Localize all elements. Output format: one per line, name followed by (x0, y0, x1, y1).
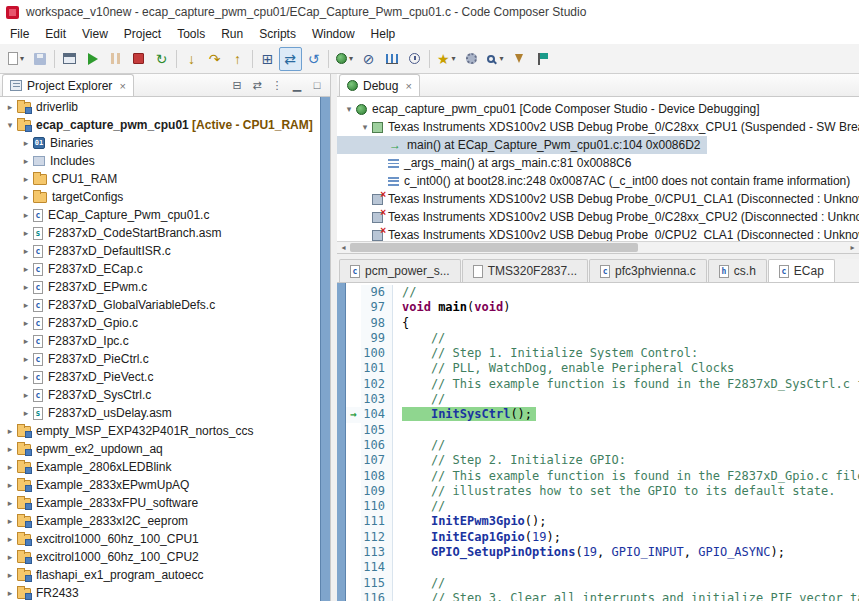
tree-item[interactable]: ▸F2837xD_EPwm.c (0, 278, 320, 296)
code-text[interactable]: // Step 2. Initialize GPIO: (393, 453, 626, 468)
debug-tree-item[interactable]: c_int00() at boot28.inc:248 0x0087AC (_c… (337, 172, 856, 190)
collapsed-arrow-icon[interactable]: ▸ (19, 318, 33, 328)
tree-item[interactable]: ▸F2837xD_PieCtrl.c (0, 350, 320, 368)
editor-tab[interactable]: ECap (768, 259, 835, 282)
scrollbar-track[interactable] (350, 242, 846, 253)
tree-item[interactable]: ▸F2837xD_DefaultISR.c (0, 242, 320, 260)
trace-button[interactable] (380, 47, 403, 71)
code-text[interactable]: // illustrates how to set the GPIO to it… (393, 484, 835, 499)
scroll-right-icon[interactable]: ▸ (846, 242, 859, 254)
code-text[interactable]: // Step 1. Initialize System Control: (393, 346, 698, 361)
code-text[interactable]: InitSysCtrl(); (393, 407, 536, 422)
collapsed-arrow-icon[interactable]: ▸ (3, 462, 17, 472)
debug-tree-item[interactable]: ▾Texas Instruments XDS100v2 USB Debug Pr… (337, 118, 859, 136)
tree-item[interactable]: ▸Example_2833xI2C_eeprom (0, 512, 320, 530)
resume-button[interactable] (81, 47, 104, 71)
refresh-button[interactable]: ↺ (302, 47, 325, 71)
debug-hscrollbar[interactable]: ◂ ▸ (337, 241, 859, 253)
step-into-button[interactable]: ↓ (180, 47, 203, 71)
tree-item[interactable]: ▸excitrol1000_60hz_100_CPU2 (0, 548, 320, 566)
menu-edit[interactable]: Edit (37, 25, 74, 43)
collapsed-arrow-icon[interactable]: ▸ (19, 408, 33, 418)
restart-button[interactable]: ↻ (150, 47, 173, 71)
profile-button[interactable] (403, 47, 426, 71)
collapsed-arrow-icon[interactable]: ▸ (19, 228, 33, 238)
collapsed-arrow-icon[interactable]: ▸ (3, 588, 17, 598)
collapsed-arrow-icon[interactable]: ▸ (3, 426, 17, 436)
collapsed-arrow-icon[interactable]: ▸ (19, 192, 33, 202)
collapsed-arrow-icon[interactable]: ▸ (3, 102, 17, 112)
code-area[interactable]: 96//97void main(void)98{99 //100 // Step… (346, 283, 859, 601)
menu-tools[interactable]: Tools (169, 25, 213, 43)
flag-button[interactable] (531, 47, 554, 71)
view-menu-button[interactable]: ⋮ (268, 76, 286, 94)
collapsed-arrow-icon[interactable]: ▸ (19, 336, 33, 346)
tree-item[interactable]: ▸Example_2833xFPU_software (0, 494, 320, 512)
menu-view[interactable]: View (74, 25, 116, 43)
tree-item[interactable]: ▸flashapi_ex1_program_autoecc (0, 566, 320, 584)
collapse-all-button[interactable]: ⊟ (228, 76, 246, 94)
tree-item[interactable]: ▸empty_MSP_EXP432P401R_nortos_ccs (0, 422, 320, 440)
debug-config-button[interactable]: ▾ (332, 47, 357, 71)
tree-item[interactable]: ▸F2837xD_PieVect.c (0, 368, 320, 386)
collapsed-arrow-icon[interactable]: ▸ (3, 534, 17, 544)
tree-item[interactable]: ▸Example_2806xLEDBlink (0, 458, 320, 476)
tree-item[interactable]: ▸F2837xD_GlobalVariableDefs.c (0, 296, 320, 314)
code-text[interactable]: void main(void) (393, 300, 510, 315)
code-text[interactable]: // PLL, WatchDog, enable Peripheral Cloc… (393, 361, 734, 376)
menu-project[interactable]: Project (116, 25, 169, 43)
menu-run[interactable]: Run (213, 25, 251, 43)
scroll-left-icon[interactable]: ◂ (337, 242, 350, 254)
debug-tree-item[interactable]: _args_main() at args_main.c:81 0x0088C6 (337, 154, 637, 172)
tree-item[interactable]: ▸ECap_Capture_Pwm_cpu01.c (0, 206, 320, 224)
tree-item[interactable]: ▸FR2433 (0, 584, 320, 601)
tab-project-explorer[interactable]: Project Explorer × (2, 74, 134, 96)
editor-tab[interactable]: pcm_power_s... (339, 259, 461, 282)
maximize-button[interactable]: □ (308, 76, 326, 94)
collapsed-arrow-icon[interactable]: ▸ (3, 516, 17, 526)
collapsed-arrow-icon[interactable]: ▸ (19, 282, 33, 292)
debug-tree-item[interactable]: Texas Instruments XDS100v2 USB Debug Pro… (337, 190, 859, 208)
code-text[interactable]: GPIO_SetupPinOptions(19, GPIO_INPUT, GPI… (393, 545, 785, 560)
code-text[interactable]: // (393, 331, 445, 346)
close-icon[interactable]: × (119, 80, 125, 92)
collapsed-arrow-icon[interactable]: ▸ (19, 246, 33, 256)
collapsed-arrow-icon[interactable]: ▸ (19, 372, 33, 382)
terminate-button[interactable] (127, 47, 150, 71)
search-button[interactable]: ▾ (483, 47, 508, 71)
tab-debug[interactable]: Debug × (339, 74, 420, 96)
collapsed-arrow-icon[interactable]: ▸ (3, 570, 17, 580)
debug-tree-item[interactable]: Texas Instruments XDS100v2 USB Debug Pro… (337, 208, 859, 226)
debug-tree-item[interactable]: →main() at ECap_Capture_Pwm_cpu01.c:104 … (337, 136, 707, 154)
scrollbar-thumb[interactable] (350, 243, 638, 252)
collapsed-arrow-icon[interactable]: ▸ (19, 156, 33, 166)
expanded-arrow-icon[interactable]: ▾ (3, 120, 17, 130)
tree-item[interactable]: ▸01Binaries (0, 134, 320, 152)
code-text[interactable]: // Step 3. Clear all interrupts and init… (393, 591, 859, 601)
suspend-button[interactable] (104, 47, 127, 71)
collapsed-arrow-icon[interactable]: ▸ (19, 174, 33, 184)
project-tree-scrollbar[interactable] (320, 97, 330, 601)
save-button[interactable] (28, 47, 51, 71)
tree-item[interactable]: ▸targetConfigs (0, 188, 320, 206)
debug-tree-item[interactable]: ▾ecap_capture_pwm_cpu01 [Code Composer S… (337, 100, 766, 118)
collapsed-arrow-icon[interactable]: ▸ (3, 444, 17, 454)
editor-tab[interactable]: pfc3phvienna.c (589, 259, 707, 282)
tree-item[interactable]: ▸F2837xD_ECap.c (0, 260, 320, 278)
expanded-arrow-icon[interactable]: ▾ (358, 122, 372, 132)
tree-item[interactable]: ▸F2837xD_Gpio.c (0, 314, 320, 332)
tree-item[interactable]: ▸Includes (0, 152, 320, 170)
skip-breakpoints-button[interactable]: ⊘ (357, 47, 380, 71)
tree-item[interactable]: ▸Example_2833xEPwmUpAQ (0, 476, 320, 494)
code-text[interactable]: // (393, 499, 445, 514)
menu-scripts[interactable]: Scripts (251, 25, 304, 43)
collapsed-arrow-icon[interactable]: ▸ (19, 210, 33, 220)
connect-target-button[interactable]: ⇄ (279, 47, 302, 71)
favorites-button[interactable]: ★▾ (433, 47, 460, 71)
code-text[interactable]: // (393, 285, 416, 300)
editor-tab[interactable]: TMS320F2837... (462, 259, 588, 282)
expanded-arrow-icon[interactable]: ▾ (342, 104, 356, 114)
tree-item[interactable]: ▾ecap_capture_pwm_cpu01 [Active - CPU1_R… (0, 116, 320, 134)
code-text[interactable]: // This example function is found in the… (393, 377, 859, 392)
tree-item[interactable]: ▸epwm_ex2_updown_aq (0, 440, 320, 458)
